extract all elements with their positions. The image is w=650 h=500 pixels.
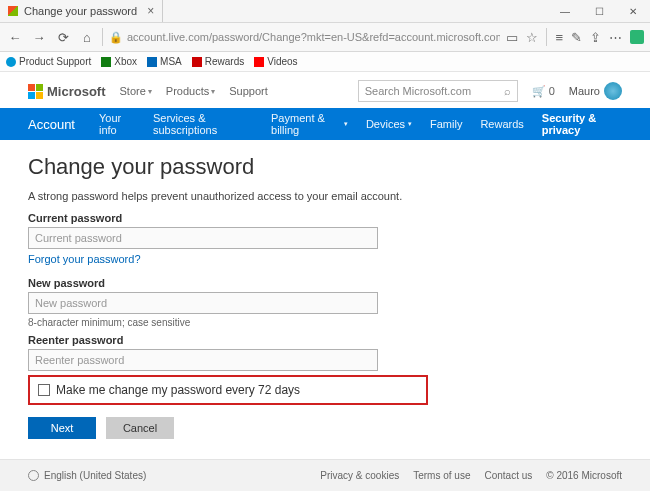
globe-icon bbox=[28, 470, 39, 481]
separator bbox=[102, 28, 103, 46]
footer-copyright: © 2016 Microsoft bbox=[546, 470, 622, 481]
browser-toolbar: ← → ⟳ ⌂ 🔒account.live.com/password/Chang… bbox=[0, 22, 650, 52]
main-content: Change your password A strong password h… bbox=[0, 140, 650, 445]
window-controls: — ☐ ✕ bbox=[548, 0, 650, 22]
footer-link-privacy[interactable]: Privacy & cookies bbox=[320, 470, 399, 481]
reading-view-icon[interactable]: ▭ bbox=[506, 30, 518, 45]
page-description: A strong password helps prevent unauthor… bbox=[28, 190, 622, 202]
language-selector[interactable]: English (United States) bbox=[44, 470, 146, 481]
nav-brand[interactable]: Account bbox=[28, 117, 75, 132]
maximize-button[interactable]: ☐ bbox=[582, 0, 616, 22]
cart-icon: 🛒 bbox=[532, 85, 546, 98]
favorites-bar: Product Support Xbox MSA Rewards Videos bbox=[0, 52, 650, 72]
tab-close-icon[interactable]: × bbox=[147, 4, 154, 18]
cart-count: 0 bbox=[549, 85, 555, 97]
nav-payment[interactable]: Payment & billing▾ bbox=[271, 112, 348, 136]
separator bbox=[546, 28, 547, 46]
next-button[interactable]: Next bbox=[28, 417, 96, 439]
page-content: Microsoft Store▾ Products▾ Support Searc… bbox=[0, 72, 650, 491]
hub-icon[interactable]: ≡ bbox=[555, 30, 563, 45]
minimize-button[interactable]: — bbox=[548, 0, 582, 22]
header-menu-products[interactable]: Products▾ bbox=[166, 85, 215, 97]
site-footer: English (United States) Privacy & cookie… bbox=[0, 459, 650, 491]
back-button[interactable]: ← bbox=[6, 28, 24, 46]
forward-button[interactable]: → bbox=[30, 28, 48, 46]
notes-icon[interactable]: ✎ bbox=[571, 30, 582, 45]
header-menu-store[interactable]: Store▾ bbox=[120, 85, 152, 97]
current-password-label: Current password bbox=[28, 212, 622, 224]
chevron-down-icon: ▾ bbox=[211, 87, 215, 96]
share-icon[interactable]: ⇪ bbox=[590, 30, 601, 45]
more-icon[interactable]: ⋯ bbox=[609, 30, 622, 45]
footer-link-terms[interactable]: Terms of use bbox=[413, 470, 470, 481]
chevron-down-icon: ▾ bbox=[408, 120, 412, 128]
search-icon[interactable]: ⌕ bbox=[504, 85, 511, 97]
favorite-icon[interactable]: ☆ bbox=[526, 30, 538, 45]
header-menu-support[interactable]: Support bbox=[229, 85, 268, 97]
change-every-72-days-checkbox[interactable] bbox=[38, 384, 50, 396]
change-every-72-days-row: Make me change my password every 72 days bbox=[28, 375, 428, 405]
address-bar[interactable]: 🔒account.live.com/password/Change?mkt=en… bbox=[109, 31, 500, 44]
search-input[interactable]: Search Microsoft.com ⌕ bbox=[358, 80, 518, 102]
nav-family[interactable]: Family bbox=[430, 118, 462, 130]
footer-link-contact[interactable]: Contact us bbox=[484, 470, 532, 481]
user-menu[interactable]: Mauro bbox=[569, 82, 622, 100]
reenter-password-input[interactable]: Reenter password bbox=[28, 349, 378, 371]
avatar bbox=[604, 82, 622, 100]
tab-favicon bbox=[8, 6, 18, 16]
nav-services[interactable]: Services & subscriptions bbox=[153, 112, 253, 136]
browser-tab[interactable]: Change your password × bbox=[0, 0, 163, 22]
password-hint: 8-character minimum; case sensitive bbox=[28, 317, 622, 328]
security-shield-icon[interactable] bbox=[630, 30, 644, 44]
chevron-down-icon: ▾ bbox=[344, 120, 348, 128]
favorite-link[interactable]: Rewards bbox=[192, 56, 244, 67]
page-title: Change your password bbox=[28, 154, 622, 180]
forgot-password-link[interactable]: Forgot your password? bbox=[28, 253, 141, 265]
form-buttons: Next Cancel bbox=[28, 417, 622, 439]
site-header: Microsoft Store▾ Products▾ Support Searc… bbox=[0, 72, 650, 108]
home-button[interactable]: ⌂ bbox=[78, 28, 96, 46]
chevron-down-icon: ▾ bbox=[148, 87, 152, 96]
nav-rewards[interactable]: Rewards bbox=[480, 118, 523, 130]
close-button[interactable]: ✕ bbox=[616, 0, 650, 22]
brand-text: Microsoft bbox=[47, 84, 106, 99]
favorite-link[interactable]: MSA bbox=[147, 56, 182, 67]
window-titlebar: Change your password × — ☐ ✕ bbox=[0, 0, 650, 22]
cart-button[interactable]: 🛒0 bbox=[532, 85, 555, 98]
nav-security-privacy[interactable]: Security & privacy bbox=[542, 112, 622, 136]
reenter-password-label: Reenter password bbox=[28, 334, 622, 346]
favorite-link[interactable]: Product Support bbox=[6, 56, 91, 67]
favorite-link[interactable]: Videos bbox=[254, 56, 297, 67]
microsoft-logo[interactable]: Microsoft bbox=[28, 84, 106, 99]
new-password-label: New password bbox=[28, 277, 622, 289]
lock-icon: 🔒 bbox=[109, 31, 123, 43]
url-text: account.live.com/password/Change?mkt=en-… bbox=[127, 31, 500, 43]
tab-title: Change your password bbox=[24, 5, 137, 17]
username: Mauro bbox=[569, 85, 600, 97]
search-placeholder: Search Microsoft.com bbox=[365, 85, 471, 97]
nav-devices[interactable]: Devices▾ bbox=[366, 118, 412, 130]
favorite-link[interactable]: Xbox bbox=[101, 56, 137, 67]
refresh-button[interactable]: ⟳ bbox=[54, 28, 72, 46]
account-nav: Account Your info Services & subscriptio… bbox=[0, 108, 650, 140]
nav-your-info[interactable]: Your info bbox=[99, 112, 135, 136]
new-password-input[interactable]: New password bbox=[28, 292, 378, 314]
cancel-button[interactable]: Cancel bbox=[106, 417, 174, 439]
checkbox-label: Make me change my password every 72 days bbox=[56, 383, 300, 397]
current-password-input[interactable]: Current password bbox=[28, 227, 378, 249]
toolbar-actions: ▭ ☆ ≡ ✎ ⇪ ⋯ bbox=[506, 28, 644, 46]
